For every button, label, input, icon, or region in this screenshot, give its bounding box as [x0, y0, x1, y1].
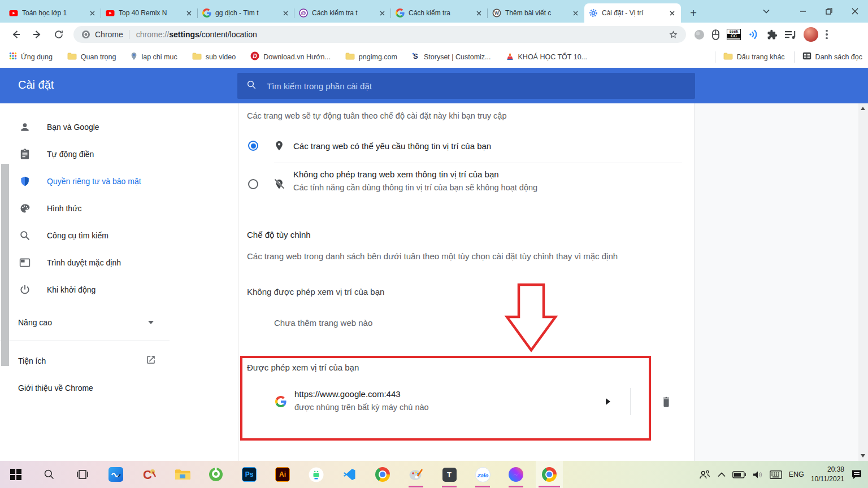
scroll-up-arrow[interactable] — [861, 107, 865, 110]
chrome-active-icon[interactable] — [536, 461, 563, 488]
messenger-icon[interactable] — [502, 461, 530, 488]
seek-cc-extension-icon[interactable]: seekCC — [727, 29, 741, 40]
extensions-puzzle-icon[interactable] — [767, 29, 778, 40]
tray-chevron-up-icon[interactable] — [718, 472, 726, 477]
bookmark-folder-pngimg[interactable]: pngimg.com — [345, 52, 397, 62]
tab-cai-dat-active[interactable]: Cài đặt - Vị trí — [584, 3, 681, 23]
language-indicator[interactable]: ENG — [789, 470, 804, 478]
scroll-down-arrow[interactable] — [861, 454, 865, 457]
gray-globe-extension-icon[interactable] — [694, 29, 705, 40]
delete-trash-icon[interactable] — [660, 395, 672, 411]
vscode-icon[interactable] — [336, 461, 363, 488]
back-button[interactable] — [7, 25, 25, 43]
sidebar-item-tien-ich[interactable]: Tiện ích — [0, 347, 170, 374]
speaker-icon[interactable] — [753, 470, 763, 479]
bookmark-apps[interactable]: Ứng dụng — [9, 52, 53, 62]
battery-icon[interactable] — [732, 471, 746, 478]
radio-block-location[interactable] — [248, 179, 258, 189]
sound-waves-extension-icon[interactable] — [748, 29, 760, 40]
scrollbar-thumb[interactable] — [1, 164, 9, 366]
coc-coc-icon[interactable] — [202, 461, 229, 488]
bookmark-khoa-hoc[interactable]: KHOÁ HỌC TỐT 10... — [506, 52, 588, 63]
new-tab-button[interactable]: + — [685, 5, 701, 21]
zalo-icon[interactable]: Zalo — [469, 461, 496, 488]
notification-center-icon[interactable] — [851, 469, 862, 480]
tab-cach-kiem-tra-2[interactable]: Cách kiểm tra — [391, 3, 488, 23]
location-pin-icon — [274, 140, 285, 154]
apps-grid-icon — [9, 52, 17, 62]
tab-them-bai-viet[interactable]: W Thêm bài viết c — [488, 3, 584, 23]
t-app-icon[interactable]: T — [436, 461, 463, 488]
scrollbar[interactable] — [858, 103, 868, 461]
note-app-icon[interactable] — [102, 461, 129, 488]
close-icon[interactable] — [474, 8, 483, 18]
sidebar-advanced-toggle[interactable]: Nâng cao — [0, 309, 170, 336]
android-studio-icon[interactable] — [302, 461, 329, 488]
tab-strip: Toán học lớp 1 Top 40 Remix N gg dịch - … — [0, 0, 868, 23]
mouse-extension-icon[interactable] — [712, 29, 719, 40]
sidebar-item-ban-va-google[interactable]: Bạn và Google — [0, 114, 170, 141]
sidebar-item-trinh-duyet-mac-dinh[interactable]: Trình duyệt mặc định — [0, 249, 170, 276]
close-icon[interactable] — [377, 8, 387, 18]
bookmark-folder-sub-video[interactable]: sub video — [192, 52, 236, 62]
file-explorer-icon[interactable] — [169, 461, 196, 488]
sidebar-item-quyen-rieng-tu[interactable]: Quyền riêng tư và bảo mật — [0, 168, 170, 195]
bookmark-star-icon[interactable] — [669, 30, 678, 42]
bookmark-lap-chi-muc[interactable]: lap chi muc — [131, 52, 177, 63]
close-icon[interactable] — [88, 8, 97, 18]
chrome-product-icon — [81, 30, 90, 39]
radio-allow-location[interactable] — [248, 141, 258, 151]
custom-mode-title: Chế độ tùy chỉnh — [247, 230, 311, 239]
people-icon[interactable] — [698, 469, 711, 480]
svg-text:Zalo: Zalo — [476, 472, 488, 478]
ccleaner-icon[interactable]: C — [136, 461, 163, 488]
url-text: chrome://settings/content/location — [136, 30, 257, 39]
tab-cach-kiem-tra-1[interactable]: @ Cách kiểm tra t — [294, 3, 391, 23]
taskbar-search-button[interactable] — [36, 461, 63, 488]
profile-avatar[interactable] — [804, 27, 818, 42]
bookmark-storyset[interactable]: S Storyset | Customiz... — [412, 52, 491, 63]
playlist-music-icon[interactable] — [785, 30, 796, 40]
tab-top40[interactable]: Top 40 Remix N — [101, 3, 198, 23]
reload-button[interactable] — [50, 25, 68, 43]
close-window-button[interactable] — [842, 0, 868, 23]
svg-text:C: C — [143, 468, 152, 482]
minimize-button[interactable] — [790, 0, 816, 23]
chrome-pinned-icon[interactable] — [369, 461, 396, 488]
bookmark-folder-quan-trong[interactable]: Quan trọng — [67, 52, 116, 62]
illustrator-icon[interactable]: Ai — [269, 461, 296, 488]
tab-search-chevron-icon[interactable] — [755, 0, 778, 23]
close-icon[interactable] — [184, 8, 193, 18]
sidebar-item-tu-dong-dien[interactable]: Tự động điền — [0, 141, 170, 168]
settings-search-input[interactable] — [266, 81, 686, 91]
sidebar-item-hinh-thuc[interactable]: Hình thức — [0, 195, 170, 222]
sidebar-item-cong-cu-tim-kiem[interactable]: Công cụ tìm kiếm — [0, 222, 170, 249]
site-expand-arrow-icon[interactable] — [606, 398, 610, 405]
allow-option-label[interactable]: Các trang web có thể yêu cầu thông tin v… — [293, 141, 491, 151]
paint-palette-app-icon[interactable] — [402, 461, 429, 488]
block-option-label[interactable]: Không cho phép trang web xem thông tin v… — [293, 169, 499, 179]
sidebar-item-gioi-thieu[interactable]: Giới thiệu về Chrome — [0, 374, 170, 402]
restore-button[interactable] — [816, 0, 842, 23]
close-icon[interactable] — [667, 8, 676, 18]
touch-keyboard-icon[interactable] — [770, 470, 782, 479]
forward-button[interactable] — [28, 25, 46, 43]
tab-title: Thêm bài viết c — [505, 9, 567, 17]
other-bookmarks-folder[interactable]: Dấu trang khác — [723, 52, 785, 62]
close-icon[interactable] — [571, 8, 580, 18]
settings-search-box[interactable] — [237, 73, 695, 99]
bookmarks-right-group: Dấu trang khác Danh sách đọc — [715, 51, 862, 63]
tab-toan-hoc[interactable]: Toán học lớp 1 — [5, 3, 101, 23]
close-icon[interactable] — [281, 8, 290, 18]
photoshop-icon[interactable]: Ps — [236, 461, 263, 488]
divider — [794, 51, 795, 63]
tab-gg-dich[interactable]: gg dịch - Tìm t — [198, 3, 294, 23]
browser-menu-icon[interactable] — [826, 30, 828, 40]
clock[interactable]: 20:3810/11/2021 — [811, 465, 844, 485]
sidebar-item-khi-khoi-dong[interactable]: Khi khởi động — [0, 276, 170, 303]
task-view-button[interactable] — [69, 461, 96, 488]
reading-list-button[interactable]: Danh sách đọc — [802, 52, 862, 62]
bookmark-download-vn[interactable]: D Download.vn Hướn... — [250, 51, 331, 63]
start-button[interactable] — [2, 461, 29, 488]
address-bar[interactable]: Chrome chrome://settings/content/locatio… — [73, 26, 686, 43]
